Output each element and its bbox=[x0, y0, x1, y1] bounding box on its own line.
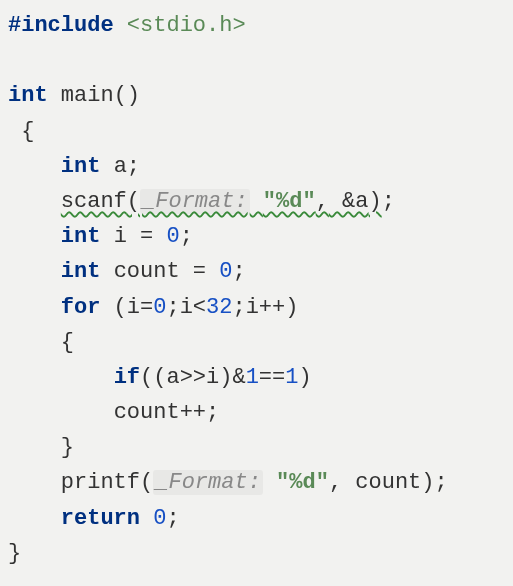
inlay-hint: _Format: bbox=[155, 470, 261, 495]
line-decl-i: int i = 0; bbox=[0, 219, 513, 254]
line-if: if((a>>i)&1==1) bbox=[0, 360, 513, 395]
inlay-hint: _Format: bbox=[142, 189, 248, 214]
brace-open: { bbox=[0, 114, 513, 149]
for-brace-close: } bbox=[0, 430, 513, 465]
line-main-decl: int main() bbox=[0, 78, 513, 113]
preproc-directive: #include bbox=[8, 13, 114, 38]
blank-line bbox=[0, 43, 513, 78]
parens: () bbox=[114, 83, 140, 108]
for-brace-open: { bbox=[0, 325, 513, 360]
return-type: int bbox=[8, 83, 48, 108]
line-countpp: count++; bbox=[0, 395, 513, 430]
include-path: <stdio.h> bbox=[127, 13, 246, 38]
code-editor[interactable]: #include <stdio.h> int main() { int a; s… bbox=[0, 8, 513, 571]
line-for: for (i=0;i<32;i++) bbox=[0, 290, 513, 325]
line-decl-count: int count = 0; bbox=[0, 254, 513, 289]
brace-close: } bbox=[0, 536, 513, 571]
line-printf: printf(_Format: "%d", count); bbox=[0, 465, 513, 500]
line-scanf: scanf(_Format: "%d", &a); bbox=[0, 184, 513, 219]
fn-main: main bbox=[61, 83, 114, 108]
line-return: return 0; bbox=[0, 501, 513, 536]
line-decl-a: int a; bbox=[0, 149, 513, 184]
line-include: #include <stdio.h> bbox=[0, 8, 513, 43]
